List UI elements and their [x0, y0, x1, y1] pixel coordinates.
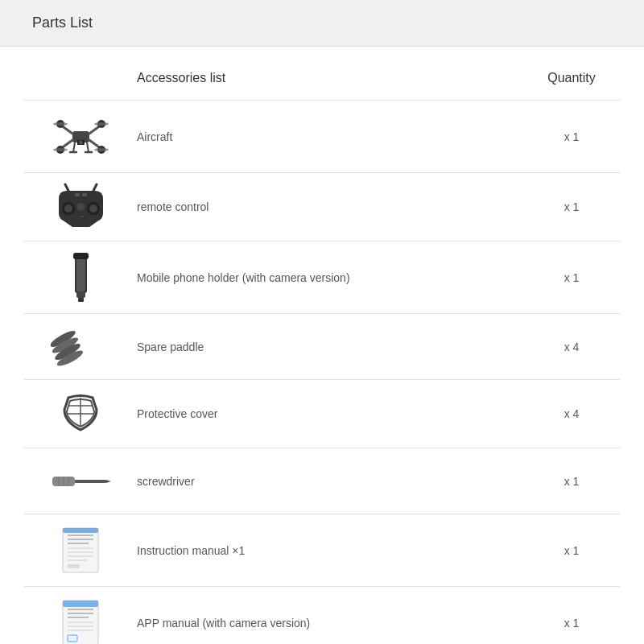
col-quantity-header: Quantity [523, 71, 620, 85]
svg-rect-33 [76, 291, 85, 298]
svg-rect-65 [63, 601, 98, 607]
row-name-app-manual: APP manual (with camera version) [137, 617, 523, 630]
page-header: Parts List [0, 0, 644, 47]
svg-point-28 [80, 216, 81, 217]
table-row: remote control x 1 [24, 172, 620, 241]
table-row: screwdriver x 1 [24, 448, 620, 514]
row-name-aircraft: Aircraft [137, 130, 523, 143]
svg-rect-32 [73, 253, 89, 259]
table-row: APP manual (with camera version) x 1 [24, 586, 620, 644]
table-row: Aircraft x 1 [24, 100, 620, 172]
svg-point-14 [79, 141, 83, 145]
row-name-cover: Protective cover [137, 407, 523, 420]
svg-rect-31 [76, 254, 85, 291]
col-name-header: Accessories list [137, 71, 523, 85]
row-image-aircraft [24, 110, 137, 163]
svg-point-27 [76, 203, 85, 211]
row-qty-phone-holder: x 1 [523, 271, 620, 284]
row-qty-app-manual: x 1 [523, 617, 620, 630]
svg-point-29 [82, 216, 84, 217]
svg-rect-43 [75, 480, 105, 483]
svg-point-20 [64, 204, 72, 213]
svg-rect-66 [68, 635, 77, 642]
row-image-phone-holder [24, 251, 137, 303]
svg-line-16 [87, 142, 89, 152]
row-image-remote [24, 183, 137, 231]
table-row: Instruction manual ×1 x 1 [24, 514, 620, 586]
row-name-remote: remote control [137, 200, 523, 213]
table-row: Spare paddle x 4 [24, 313, 620, 379]
svg-point-22 [89, 204, 97, 213]
row-image-manual [24, 524, 137, 576]
row-image-screwdriver [24, 469, 137, 493]
row-qty-aircraft: x 1 [523, 130, 620, 143]
row-name-screwdriver: screwdriver [137, 475, 523, 488]
svg-marker-44 [105, 480, 111, 483]
controller-icon [51, 183, 111, 231]
screwdriver-icon [51, 469, 111, 493]
row-qty-cover: x 4 [523, 407, 620, 420]
row-name-manual: Instruction manual ×1 [137, 544, 523, 557]
table-row: Protective cover x 4 [24, 379, 620, 448]
svg-point-10 [94, 122, 109, 126]
row-image-app-manual [24, 597, 137, 644]
manual-icon [56, 524, 105, 576]
svg-rect-57 [63, 528, 98, 533]
row-qty-paddle: x 4 [523, 341, 620, 353]
table-header-row: Accessories list Quantity [24, 63, 620, 97]
row-image-cover [24, 390, 137, 438]
drone-icon [51, 110, 111, 163]
paddles-icon [51, 324, 111, 369]
table-row: Mobile phone holder (with camera version… [24, 241, 620, 313]
page-title: Parts List [32, 14, 93, 31]
svg-rect-34 [78, 298, 84, 302]
svg-line-15 [73, 142, 75, 152]
row-qty-remote: x 1 [523, 200, 620, 213]
phone-holder-icon [67, 251, 95, 303]
svg-rect-25 [75, 193, 80, 196]
svg-rect-26 [82, 193, 87, 196]
svg-line-24 [93, 184, 97, 191]
svg-point-11 [53, 148, 68, 151]
row-name-phone-holder: Mobile phone holder (with camera version… [137, 271, 523, 284]
svg-rect-56 [68, 564, 80, 568]
row-image-paddle [24, 324, 137, 369]
app-manual-icon [56, 597, 105, 644]
cover-icon [52, 390, 109, 438]
svg-point-12 [94, 148, 109, 151]
svg-line-23 [65, 184, 68, 191]
row-qty-manual: x 1 [523, 544, 620, 557]
parts-table: Accessories list Quantity [0, 47, 644, 644]
row-qty-screwdriver: x 1 [523, 475, 620, 488]
svg-point-9 [53, 122, 68, 126]
row-name-paddle: Spare paddle [137, 341, 523, 353]
